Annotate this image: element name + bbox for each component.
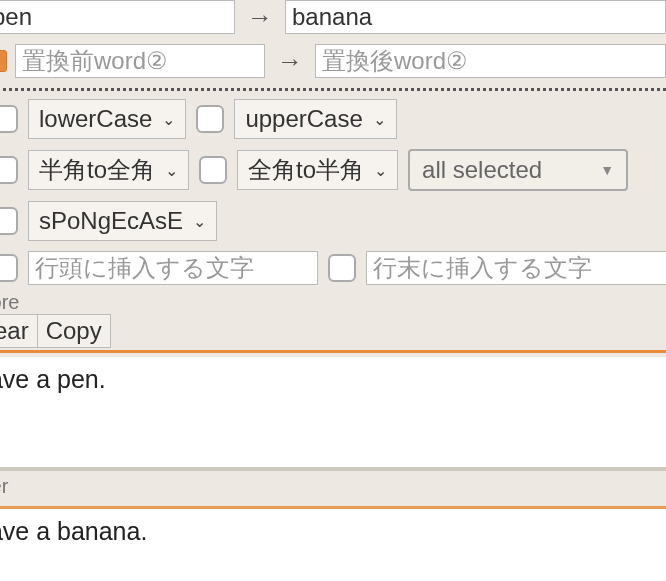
linehead-checkbox[interactable] [0, 254, 18, 282]
before-label: fore [0, 291, 666, 314]
fulltohalf-select[interactable]: 全角to半角 ⌄ [237, 150, 398, 190]
before-textarea[interactable]: have a pen. [0, 357, 666, 467]
fulltohalf-label: 全角to半角 [248, 154, 364, 186]
uppercase-label: upperCase [245, 105, 362, 133]
chevron-down-icon: ⌄ [374, 161, 387, 180]
replace-before-2[interactable] [15, 44, 265, 78]
linehead-input[interactable] [28, 251, 318, 285]
highlight-box [0, 50, 7, 72]
fulltohalf-checkbox[interactable] [199, 156, 227, 184]
chevron-down-icon: ⌄ [193, 212, 206, 231]
copy-button[interactable]: Copy [38, 314, 111, 348]
clear-button[interactable]: ear [0, 314, 38, 348]
halftofull-select[interactable]: 半角to全角 ⌄ [28, 150, 189, 190]
chevron-down-icon: ⌄ [162, 110, 175, 129]
chevron-down-icon: ⌄ [165, 161, 178, 180]
replace-after-1[interactable] [285, 0, 666, 34]
replace-after-2[interactable] [315, 44, 666, 78]
section-separator [0, 88, 666, 91]
chevron-down-icon: ⌄ [373, 110, 386, 129]
halftofull-checkbox[interactable] [0, 156, 18, 184]
spongecase-select[interactable]: sPoNgEcAsE ⌄ [28, 201, 217, 241]
allselected-select[interactable]: all selected ▼ [408, 149, 628, 191]
after-label: ter [0, 475, 666, 498]
spongecase-checkbox[interactable] [0, 207, 18, 235]
arrow-icon: → [273, 46, 307, 77]
halftofull-label: 半角to全角 [39, 154, 155, 186]
arrow-icon: → [243, 2, 277, 33]
before-top-bar [0, 350, 666, 353]
after-textarea[interactable]: have a banana. [0, 509, 666, 581]
uppercase-checkbox[interactable] [196, 105, 224, 133]
triangle-down-icon: ▼ [600, 162, 614, 178]
lowercase-select[interactable]: lowerCase ⌄ [28, 99, 186, 139]
uppercase-select[interactable]: upperCase ⌄ [234, 99, 396, 139]
linetail-input[interactable] [366, 251, 666, 285]
allselected-label: all selected [422, 156, 542, 184]
before-bottom-line [0, 467, 666, 471]
lowercase-checkbox[interactable] [0, 105, 18, 133]
replace-before-1[interactable] [0, 0, 235, 34]
spongecase-label: sPoNgEcAsE [39, 207, 183, 235]
linetail-checkbox[interactable] [328, 254, 356, 282]
lowercase-label: lowerCase [39, 105, 152, 133]
